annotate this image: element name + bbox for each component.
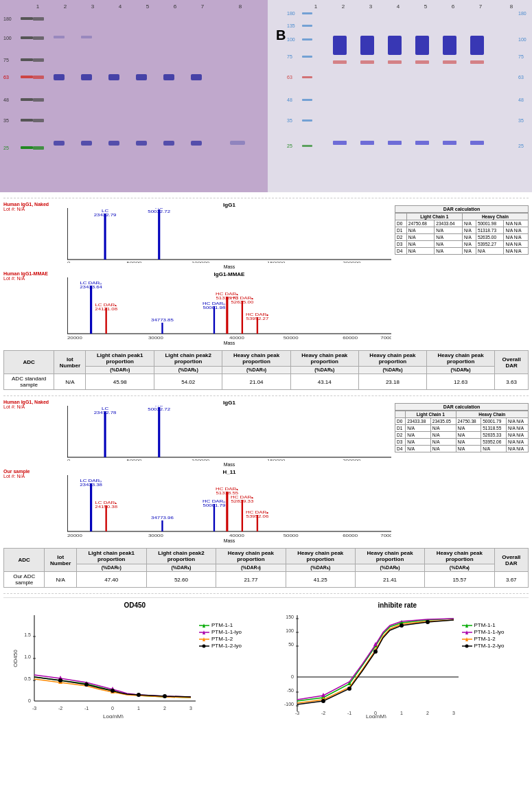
svg-rect-82 <box>470 60 484 64</box>
svg-text:HC DAR₁: HC DAR₁ <box>216 292 239 295</box>
inhibit-rate-chart: 150 100 50 0 -50 -100 -3 -2 -1 <box>273 612 459 718</box>
dar-table-oursample: DAR calculation Light Chain 1 Heavy Chai… <box>395 403 529 452</box>
ms-oursample-mmae-chart: H_11 0 20 60 100 LC DAR₀ 23433.38 LC DAR… <box>67 469 391 543</box>
svg-rect-85 <box>388 141 402 145</box>
svg-text:100: 100 <box>286 628 294 633</box>
svg-text:0.5: 0.5 <box>24 676 31 681</box>
svg-rect-43 <box>54 36 65 38</box>
svg-rect-29 <box>33 146 44 150</box>
svg-text:B: B <box>276 27 286 43</box>
divider-2 <box>3 395 529 396</box>
svg-text:50001.79: 50001.79 <box>203 503 226 507</box>
ms-standard-naked-label: Human IgG1, Naked Lot #: N/A <box>3 202 65 211</box>
svg-point-265 <box>465 644 468 647</box>
svg-text:25: 25 <box>3 146 9 150</box>
svg-rect-88 <box>470 141 484 145</box>
svg-rect-80 <box>415 60 429 64</box>
svg-text:-3: -3 <box>32 706 36 711</box>
svg-text:-1: -1 <box>347 711 351 715</box>
gel-left: 180 100 75 63 48 35 25 1 2 3 4 5 6 7 8 <box>0 0 268 192</box>
divider-3 <box>3 593 529 594</box>
svg-text:30000: 30000 <box>148 336 163 339</box>
svg-text:35: 35 <box>3 118 9 123</box>
svg-text:2: 2 <box>342 3 345 10</box>
svg-text:HC DAR₃: HC DAR₃ <box>246 510 269 514</box>
svg-text:8: 8 <box>510 3 513 10</box>
svg-text:-2: -2 <box>58 706 62 711</box>
svg-text:150000: 150000 <box>267 459 286 461</box>
svg-text:0: 0 <box>67 459 71 461</box>
svg-text:20000: 20000 <box>67 336 82 339</box>
svg-rect-19 <box>21 76 33 78</box>
svg-rect-75 <box>443 36 456 55</box>
svg-rect-77 <box>333 60 347 64</box>
svg-text:53952.27: 53952.27 <box>246 317 269 320</box>
svg-text:25: 25 <box>287 143 292 148</box>
svg-point-259 <box>373 650 378 654</box>
svg-text:100: 100 <box>287 37 295 42</box>
svg-rect-25 <box>33 58 44 62</box>
svg-rect-39 <box>136 141 147 146</box>
svg-text:30000: 30000 <box>148 533 163 537</box>
svg-text:63: 63 <box>3 75 9 80</box>
svg-rect-74 <box>415 36 429 55</box>
svg-text:50000: 50000 <box>127 261 142 263</box>
svg-text:51318.55: 51318.55 <box>216 491 238 494</box>
svg-text:40000: 40000 <box>229 533 244 537</box>
svg-text:6: 6 <box>452 3 455 10</box>
svg-text:150: 150 <box>286 615 294 619</box>
svg-rect-41 <box>191 141 202 146</box>
svg-text:40000: 40000 <box>229 336 244 339</box>
svg-text:150000: 150000 <box>267 261 286 263</box>
svg-text:63: 63 <box>287 75 292 80</box>
svg-text:20000: 20000 <box>67 533 82 537</box>
svg-text:200000: 200000 <box>343 261 361 263</box>
svg-text:-1: -1 <box>84 706 89 711</box>
inhibit-rate-panel: inhibite rate 150 100 50 0 -50 -100 <box>266 601 529 718</box>
svg-rect-79 <box>388 60 402 64</box>
svg-text:100000: 100000 <box>192 459 210 461</box>
svg-text:34773.96: 34773.96 <box>151 516 174 519</box>
svg-text:Log(nM): Log(nM) <box>366 713 386 718</box>
svg-point-220 <box>84 682 89 687</box>
svg-text:3: 3 <box>189 706 192 711</box>
svg-text:50000: 50000 <box>127 459 142 461</box>
svg-rect-16 <box>21 17 33 20</box>
svg-rect-84 <box>360 141 374 145</box>
svg-rect-73 <box>388 36 402 55</box>
svg-text:50001.98: 50001.98 <box>203 306 226 309</box>
svg-text:-50: -50 <box>286 688 293 693</box>
svg-text:100: 100 <box>3 36 12 41</box>
svg-rect-33 <box>136 74 147 80</box>
inhibit-rate-title: inhibite rate <box>273 601 522 609</box>
gel-section: 180 100 75 63 48 35 25 1 2 3 4 5 6 7 8 <box>0 0 532 192</box>
svg-text:50032.72: 50032.72 <box>148 209 170 213</box>
svg-text:50000: 50000 <box>284 533 299 537</box>
svg-point-261 <box>426 620 430 624</box>
dar-table-standard: DAR calculation Light Chain 1 Heavy Chai… <box>395 205 529 255</box>
svg-point-227 <box>203 644 206 647</box>
svg-text:0: 0 <box>28 698 31 703</box>
svg-text:LC DAR₁: LC DAR₁ <box>95 501 117 504</box>
od450-panel: OD450 0 0.5 1.0 1.5 -3 <box>3 601 266 718</box>
svg-text:52635.00: 52635.00 <box>231 300 254 303</box>
svg-rect-87 <box>443 141 456 145</box>
svg-point-222 <box>137 693 141 697</box>
svg-point-223 <box>163 694 167 698</box>
svg-text:6: 6 <box>174 3 177 10</box>
svg-rect-38 <box>108 141 119 146</box>
svg-rect-36 <box>54 141 65 146</box>
svg-text:135: 135 <box>287 23 295 28</box>
svg-rect-26 <box>33 76 44 79</box>
svg-point-260 <box>400 623 404 628</box>
svg-rect-78 <box>360 60 374 64</box>
svg-text:HC DAR₂: HC DAR₂ <box>231 495 254 498</box>
svg-rect-42 <box>230 141 245 145</box>
svg-text:8: 8 <box>239 3 242 10</box>
ms-standard-section: Human IgG1, Naked Lot #: N/A IgG1 0 20 6… <box>0 192 532 724</box>
svg-text:LC DAR₀: LC DAR₀ <box>80 281 102 284</box>
svg-text:2: 2 <box>64 3 67 10</box>
svg-text:4: 4 <box>397 3 400 10</box>
svg-text:35: 35 <box>518 118 524 123</box>
svg-text:7: 7 <box>479 3 483 10</box>
